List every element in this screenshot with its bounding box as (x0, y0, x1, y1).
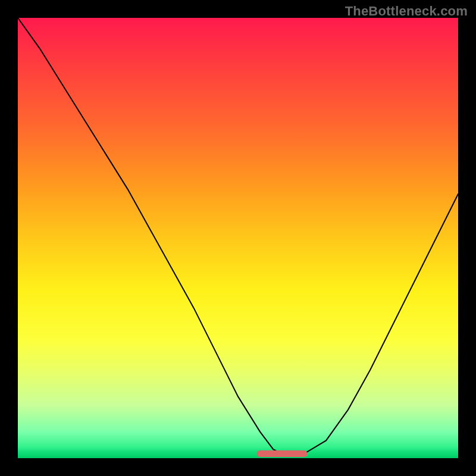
chart-container: TheBottleneck.com (0, 0, 476, 476)
watermark-text: TheBottleneck.com (345, 4, 468, 19)
curve-svg (18, 18, 458, 458)
plot-area (18, 18, 458, 458)
bottleneck-curve (18, 18, 458, 454)
